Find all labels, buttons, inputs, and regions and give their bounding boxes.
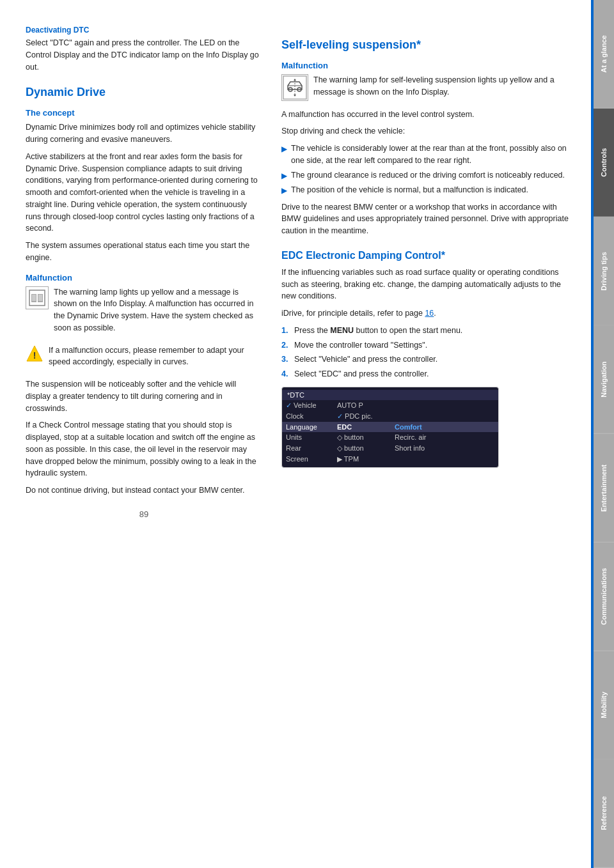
step-text-2: Move the controller toward "Settings". xyxy=(294,339,427,352)
self-malfunction-warning-text: The warning lamp for self-leveling suspe… xyxy=(313,74,574,98)
edc-menu-screenshot: *DTC ✓ Vehicle AUTO P Clock ✓ PDC pic. L… xyxy=(281,387,499,468)
menu-col-units: Units xyxy=(286,433,337,441)
malfunction-warning-text: The warning lamp lights up yellow and a … xyxy=(54,286,262,334)
menu-header-text: *DTC xyxy=(287,391,304,399)
deactivating-text: Select "DTC" again and press the control… xyxy=(26,37,262,73)
malfunction-p3: If a Check Control message stating that … xyxy=(26,419,262,479)
sidebar-tab-reference[interactable]: Reference xyxy=(594,759,614,868)
right-column: Self-leveling suspension* Malfunction xyxy=(281,26,574,842)
menu-header: *DTC xyxy=(282,390,498,400)
menu-row-units: Units ◇ button Recirc. air xyxy=(282,432,498,443)
numbered-item-2: 2. Move the controller toward "Settings"… xyxy=(281,339,574,352)
malfunction-warning-box: The warning lamp lights up yellow and a … xyxy=(26,286,262,339)
sidebar: At a glance Controls Driving tips Naviga… xyxy=(594,0,614,868)
svg-rect-3 xyxy=(32,295,36,301)
concept-p2: Active stabilizers at the front and rear… xyxy=(26,151,262,235)
numbered-item-3: 3. Select "Vehicle" and press the contro… xyxy=(281,353,574,366)
step-num-1: 1. xyxy=(281,325,290,337)
menu-col-vehicle: ✓ Vehicle xyxy=(286,401,337,410)
menu-col-recirc: Recirc. air xyxy=(395,433,494,441)
self-leveling-section: Self-leveling suspension* Malfunction xyxy=(281,38,574,237)
sidebar-tab-mobility[interactable]: Mobility xyxy=(594,651,614,760)
edc-idrive: iDrive, for principle details, refer to … xyxy=(281,307,574,320)
bullet-item-3: ▶ The position of the vehicle is normal,… xyxy=(281,184,574,196)
bullet-text-3: The position of the vehicle is normal, b… xyxy=(291,184,528,196)
caution-icon: ! xyxy=(26,345,43,362)
step-num-4: 4. xyxy=(281,368,290,380)
blue-accent-line xyxy=(591,0,594,868)
svg-text:!: ! xyxy=(33,350,36,360)
menu-col-pdc: ✓ PDC pic. xyxy=(337,412,395,421)
caution-text: If a malfunction occurs, please remember… xyxy=(49,345,262,369)
step-num-3: 3. xyxy=(281,353,290,366)
page-number: 89 xyxy=(26,509,262,519)
bullet-arrow-3: ▶ xyxy=(281,185,287,196)
concept-heading: The concept xyxy=(26,108,262,118)
menu-col-screen: Screen xyxy=(286,455,337,463)
menu-col-comfort: Comfort xyxy=(395,423,494,431)
menu-col-language: Language xyxy=(286,423,337,431)
menu-row-rear: Rear ◇ button Short info xyxy=(282,443,498,454)
self-leveling-warning-icon xyxy=(281,74,308,101)
malfunction-heading: Malfunction xyxy=(26,273,262,283)
stop-driving-text: Stop driving and check the vehicle: xyxy=(281,125,574,137)
sidebar-tab-at-a-glance[interactable]: At a glance xyxy=(594,0,614,109)
bullet-arrow-1: ▶ xyxy=(281,143,287,155)
numbered-item-4: 4. Select "EDC" and press the controller… xyxy=(281,368,574,380)
deactivating-heading: Deactivating DTC xyxy=(26,26,262,35)
concept-p3: The system assumes operational status ea… xyxy=(26,240,262,264)
deactivating-section: Deactivating DTC Select "DTC" again and … xyxy=(26,26,262,73)
menu-col-autop: AUTO P xyxy=(337,401,395,409)
menu-col-button2: ◇ button xyxy=(337,444,395,453)
edc-heading: EDC Electronic Damping Control* xyxy=(281,250,574,261)
left-column: Deactivating DTC Select "DTC" again and … xyxy=(26,26,262,842)
sidebar-tab-driving-tips[interactable]: Driving tips xyxy=(594,217,614,326)
sidebar-tab-navigation[interactable]: Navigation xyxy=(594,325,614,434)
menu-row-language: Language EDC Comfort xyxy=(282,422,498,432)
bullet-list: ▶ The vehicle is considerably lower at t… xyxy=(281,143,574,196)
self-malfunction-text: A malfunction has occurred in the level … xyxy=(281,109,574,121)
bullet-text-1: The vehicle is considerably lower at the… xyxy=(291,143,574,167)
warning-lamp-icon xyxy=(26,286,49,309)
drive-nearest-text: Drive to the nearest BMW center or a wor… xyxy=(281,201,574,237)
menu-row-clock: Clock ✓ PDC pic. xyxy=(282,411,498,422)
malfunction-p2: The suspension will be noticeably softer… xyxy=(26,378,262,414)
svg-rect-4 xyxy=(38,295,42,301)
malfunction-p4: Do not continue driving, but instead con… xyxy=(26,484,262,497)
sidebar-tab-communications[interactable]: Communications xyxy=(594,543,614,651)
sidebar-tab-entertainment[interactable]: Entertainment xyxy=(594,434,614,543)
step-text-1: Press the MENU button to open the start … xyxy=(294,325,462,337)
sidebar-tab-controls[interactable]: Controls xyxy=(594,109,614,217)
menu-col-rear: Rear xyxy=(286,444,337,452)
menu-col-shortinfo: Short info xyxy=(395,444,494,452)
menu-col-button1: ◇ button xyxy=(337,433,395,442)
bullet-arrow-2: ▶ xyxy=(281,170,287,182)
edc-section: EDC Electronic Damping Control* If the i… xyxy=(281,250,574,468)
edc-intro: If the influencing variables such as roa… xyxy=(281,267,574,302)
numbered-item-1: 1. Press the MENU button to open the sta… xyxy=(281,325,574,337)
caution-box: ! If a malfunction occurs, please rememb… xyxy=(26,345,262,374)
dynamic-drive-heading: Dynamic Drive xyxy=(26,86,262,99)
self-leveling-warning-box: The warning lamp for self-leveling suspe… xyxy=(281,74,574,104)
step-text-4: Select "EDC" and press the controller. xyxy=(294,368,429,380)
concept-p1: Dynamic Drive minimizes body roll and op… xyxy=(26,121,262,146)
bullet-item-1: ▶ The vehicle is considerably lower at t… xyxy=(281,143,574,167)
dynamic-drive-section: Dynamic Drive The concept Dynamic Drive … xyxy=(26,86,262,497)
menu-row-vehicle: ✓ Vehicle AUTO P xyxy=(282,400,498,411)
self-malfunction-heading: Malfunction xyxy=(281,61,574,70)
menu-col-clock: Clock xyxy=(286,412,337,420)
numbered-list: 1. Press the MENU button to open the sta… xyxy=(281,325,574,380)
bullet-item-2: ▶ The ground clearance is reduced or the… xyxy=(281,169,574,182)
menu-row-screen: Screen ▶ TPM xyxy=(282,454,498,465)
menu-col-edc: EDC xyxy=(337,423,395,431)
menu-col-tpm: ▶ TPM xyxy=(337,455,395,463)
self-leveling-heading: Self-leveling suspension* xyxy=(281,38,574,52)
step-text-3: Select "Vehicle" and press the controlle… xyxy=(294,353,437,366)
bullet-text-2: The ground clearance is reduced or the d… xyxy=(291,169,565,182)
step-num-2: 2. xyxy=(281,339,290,352)
